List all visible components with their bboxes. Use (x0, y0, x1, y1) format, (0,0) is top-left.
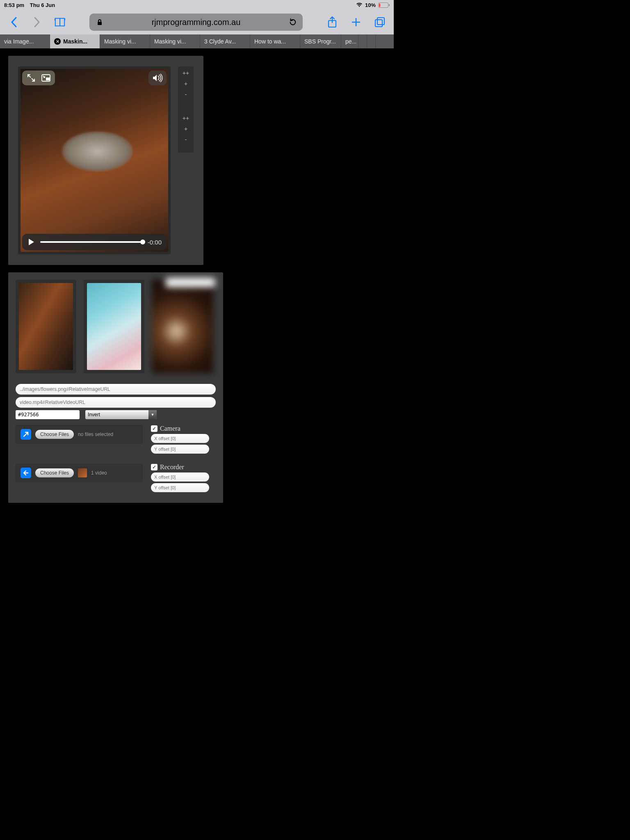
tab-label: via Image... (4, 38, 34, 45)
tab-label: Masking vi... (154, 38, 186, 45)
recorder-label: Recorder (160, 463, 184, 471)
video-controls-bar: -0:00 (22, 234, 167, 250)
svg-rect-3 (98, 22, 102, 25)
file-chooser-2: Choose Files 1 video (16, 463, 143, 482)
time-remaining: -0:00 (148, 239, 162, 246)
svg-rect-2 (379, 3, 380, 7)
choose-files-2-button[interactable]: Choose Files (35, 468, 74, 477)
recorder-group: ✓ Recorder (151, 463, 216, 494)
tab-2[interactable]: Masking vi... (100, 34, 150, 48)
camera-x-offset-input[interactable] (151, 434, 209, 443)
svg-line-11 (32, 78, 34, 81)
thumbnail-row (16, 280, 216, 373)
recorder-x-offset-input[interactable] (151, 472, 209, 482)
thumbnail-2[interactable] (84, 280, 144, 373)
thumbnail-3-blurred[interactable] (152, 280, 213, 373)
image-url-input[interactable] (16, 384, 216, 395)
choose-files-1-button[interactable]: Choose Files (35, 430, 74, 439)
color-input[interactable] (16, 410, 80, 419)
zoom-controls: ++ + - ++ + - (178, 66, 194, 153)
svg-rect-1 (389, 4, 390, 6)
svg-rect-9 (375, 20, 382, 27)
battery-low-icon (378, 2, 390, 8)
video-still (21, 69, 168, 252)
tab-strip: via Image... ✕ Maskin... Masking vi... M… (0, 34, 394, 48)
tab-1-active[interactable]: ✕ Maskin... (50, 34, 100, 48)
filter-select[interactable] (85, 410, 157, 419)
share-button[interactable] (326, 16, 338, 28)
progress-slider[interactable] (40, 241, 143, 243)
status-date: Thu 6 Jun (30, 2, 55, 8)
tab-3[interactable]: Masking vi... (150, 34, 200, 48)
camera-label: Camera (160, 425, 180, 432)
zoom-a-pp[interactable]: ++ (178, 69, 194, 77)
svg-line-10 (28, 75, 31, 78)
tab-9[interactable] (367, 34, 376, 48)
zoom-b-p[interactable]: + (178, 125, 194, 133)
file-status-1: no files selected (78, 431, 113, 437)
pip-icon[interactable] (41, 73, 51, 83)
svg-rect-13 (46, 78, 50, 80)
recorder-checkbox[interactable]: ✓ (151, 464, 158, 470)
reload-icon[interactable] (289, 18, 296, 26)
browser-toolbar: rjmprogramming.com.au (0, 10, 394, 34)
address-bar[interactable]: rjmprogramming.com.au (89, 14, 303, 31)
tab-label: SBS Progr... (304, 38, 336, 45)
file-chooser-1: Choose Files no files selected (16, 425, 143, 444)
tabs-button[interactable] (374, 16, 386, 28)
filter-select-wrap: ▼ (85, 410, 157, 419)
svg-rect-8 (377, 18, 384, 25)
lock-icon (96, 18, 103, 26)
video-panel: -0:00 ++ + - ++ + - (8, 56, 203, 265)
status-bar: 8:53 pm Thu 6 Jun 10% (0, 0, 394, 10)
file-status-2: 1 video (91, 470, 107, 476)
page-content: -0:00 ++ + - ++ + - ▼ (0, 48, 394, 525)
play-icon[interactable] (27, 238, 35, 246)
camera-y-offset-input[interactable] (151, 445, 209, 454)
volume-icon[interactable] (148, 71, 167, 85)
recorder-y-offset-input[interactable] (151, 483, 209, 492)
video-player[interactable]: -0:00 (18, 66, 171, 254)
file-row-1: Choose Files no files selected ✓ Camera (16, 425, 216, 455)
video-url-input[interactable] (16, 397, 216, 408)
tab-0[interactable]: via Image... (0, 34, 50, 48)
tab-4[interactable]: 3 Clyde Av... (200, 34, 250, 48)
bookmarks-button[interactable] (54, 16, 66, 28)
tab-7[interactable]: pe... (341, 34, 358, 48)
file-row-2: Choose Files 1 video ✓ Recorder (16, 463, 216, 494)
back-arrow-icon[interactable] (21, 468, 31, 478)
color-row: ▼ (16, 410, 216, 419)
forward-button[interactable] (31, 16, 43, 28)
zoom-b-pp[interactable]: ++ (178, 114, 194, 122)
camera-group: ✓ Camera (151, 425, 216, 455)
tab-label: 3 Clyde Av... (204, 38, 236, 45)
tab-label: Maskin... (63, 38, 87, 45)
new-tab-button[interactable] (350, 16, 362, 28)
video-file-thumb-icon (78, 468, 87, 477)
fullscreen-icon[interactable] (26, 73, 36, 83)
zoom-a-p[interactable]: + (178, 80, 194, 88)
wifi-icon (356, 2, 363, 7)
tab-6[interactable]: SBS Progr... (300, 34, 341, 48)
address-domain: rjmprogramming.com.au (107, 18, 285, 27)
tab-5[interactable]: How to wa... (250, 34, 300, 48)
thumbnail-1[interactable] (16, 280, 76, 373)
status-time: 8:53 pm (4, 2, 24, 8)
video-top-controls (22, 71, 55, 85)
controls-panel: ▼ Choose Files no files selected ✓ Camer… (8, 272, 223, 503)
status-right: 10% (356, 2, 390, 8)
tab-label: pe... (345, 38, 356, 45)
zoom-b-m[interactable]: - (178, 135, 194, 144)
back-button[interactable] (8, 16, 20, 28)
camera-checkbox[interactable]: ✓ (151, 425, 158, 432)
zoom-a-m[interactable]: - (178, 90, 194, 98)
tab-label: Masking vi... (104, 38, 136, 45)
tab-8[interactable] (358, 34, 367, 48)
tab-label: How to wa... (254, 38, 286, 45)
battery-percent: 10% (365, 2, 376, 8)
upload-arrow-icon[interactable] (21, 429, 31, 440)
close-tab-icon[interactable]: ✕ (54, 38, 61, 45)
dropdown-arrow-icon[interactable]: ▼ (148, 410, 157, 419)
status-left: 8:53 pm Thu 6 Jun (4, 2, 55, 8)
